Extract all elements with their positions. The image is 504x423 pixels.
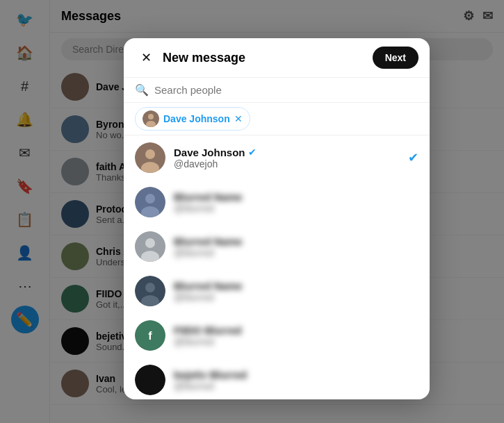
person-info: Blurred Name @blurred (174, 191, 418, 214)
person-name-row: bejetiv Blurred (174, 369, 418, 381)
person-avatar (135, 187, 165, 217)
person-avatar (135, 231, 165, 262)
close-button[interactable]: ✕ (135, 47, 157, 69)
modal-header: ✕ New message Next (124, 38, 430, 78)
person-name-row: Dave Johnson ✔ (174, 147, 400, 158)
person-handle: @blurred (174, 292, 418, 303)
person-name-row: Blurred Name (174, 191, 418, 203)
new-message-modal: ✕ New message Next 🔍 Dave Johnson ✕ (124, 38, 430, 399)
svg-point-10 (145, 238, 155, 248)
person-item[interactable]: bejetiv Blurred @blurred (124, 358, 430, 399)
people-list[interactable]: Dave Johnson ✔ @davejoh ✔ Blurred Name (124, 135, 430, 399)
person-item[interactable]: Blurred Name @blurred (124, 180, 430, 224)
selected-check-icon: ✔ (408, 150, 418, 165)
tag-avatar (143, 110, 159, 127)
person-name: Blurred Name (174, 235, 242, 247)
svg-point-4 (145, 149, 155, 159)
verified-icon: ✔ (248, 147, 257, 158)
svg-point-17 (135, 365, 165, 395)
person-avatar (135, 142, 165, 173)
people-search-container: 🔍 (124, 78, 430, 103)
person-name-row: FIIDO Blurred (174, 324, 418, 336)
svg-text:f: f (148, 330, 152, 342)
person-handle: @blurred (174, 381, 418, 392)
search-icon: 🔍 (135, 83, 149, 97)
person-item[interactable]: Blurred Name @blurred (124, 224, 430, 269)
modal-title: New message (163, 51, 373, 65)
next-button[interactable]: Next (373, 47, 418, 69)
person-item[interactable]: f FIIDO Blurred @blurred (124, 313, 430, 358)
person-handle: @blurred (174, 203, 418, 214)
person-item[interactable]: Dave Johnson ✔ @davejoh ✔ (124, 135, 430, 180)
tag-name: Dave Johnson (163, 113, 230, 124)
person-avatar (135, 365, 165, 395)
person-name-row: Blurred Name (174, 280, 418, 292)
person-item[interactable]: Blurred Name @blurred (124, 269, 430, 313)
person-info: Blurred Name @blurred (174, 235, 418, 258)
svg-point-13 (145, 283, 155, 292)
person-name: Blurred Name (174, 191, 242, 203)
svg-point-7 (145, 194, 155, 204)
person-avatar (135, 276, 165, 306)
person-name: Dave Johnson (174, 147, 245, 158)
selected-user-tag: Dave Johnson ✕ (135, 107, 250, 131)
person-name: bejetiv Blurred (174, 369, 247, 381)
person-info: Blurred Name @blurred (174, 280, 418, 303)
svg-point-1 (148, 114, 154, 119)
person-name: FIIDO Blurred (174, 324, 242, 336)
person-handle: @davejoh (174, 158, 400, 169)
selected-tags-container: Dave Johnson ✕ (124, 103, 430, 135)
search-input[interactable] (154, 84, 418, 96)
person-info: Dave Johnson ✔ @davejoh (174, 147, 400, 169)
person-info: bejetiv Blurred @blurred (174, 369, 418, 392)
person-handle: @blurred (174, 247, 418, 258)
person-avatar: f (135, 320, 165, 351)
person-handle: @blurred (174, 336, 418, 347)
person-name-row: Blurred Name (174, 235, 418, 247)
person-info: FIIDO Blurred @blurred (174, 324, 418, 347)
tag-remove-button[interactable]: ✕ (234, 113, 243, 124)
person-name: Blurred Name (174, 280, 242, 292)
